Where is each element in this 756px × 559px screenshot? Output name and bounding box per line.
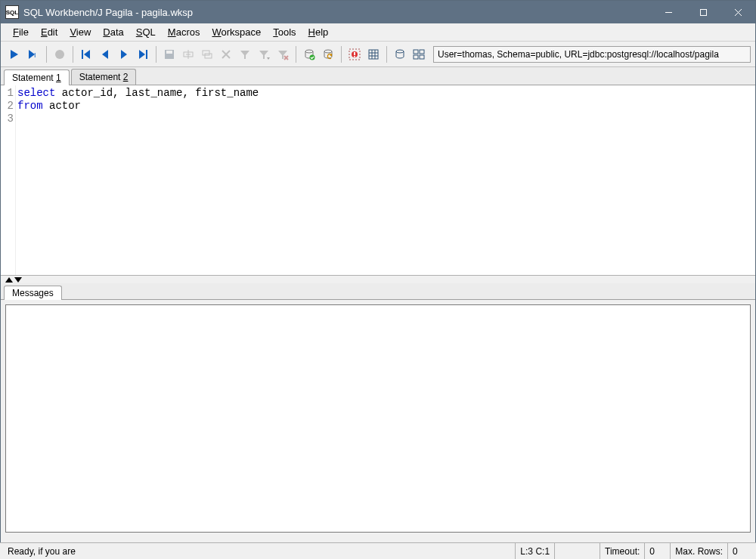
exec-time [554, 543, 600, 559]
app-icon: SQL [5, 5, 19, 19]
svg-point-42 [396, 50, 404, 53]
separator [296, 46, 296, 63]
code-text: actor [43, 100, 81, 112]
separator [73, 46, 73, 63]
svg-marker-11 [121, 50, 127, 59]
expand-down-icon [14, 277, 22, 283]
svg-rect-45 [414, 55, 418, 59]
sql-editor[interactable]: 1 2 3 select actor_id, last_name, first_… [1, 85, 755, 276]
append-results-button[interactable] [364, 45, 383, 63]
minimize-button[interactable] [651, 1, 686, 23]
keyword: select [17, 87, 55, 99]
menu-help[interactable]: Help [302, 25, 335, 39]
svg-rect-43 [414, 50, 418, 54]
svg-rect-44 [420, 50, 424, 54]
svg-point-29 [305, 50, 313, 53]
svg-point-31 [324, 50, 332, 53]
svg-rect-36 [354, 56, 355, 57]
result-tabs: Messages [1, 283, 755, 300]
commit-button[interactable] [300, 45, 318, 63]
delete-row-button[interactable] [217, 45, 235, 63]
window-title: SQL Workbench/J Pagila - pagila.wksp [23, 7, 651, 18]
menu-tools[interactable]: Tools [267, 25, 302, 39]
insert-row-button[interactable] [179, 45, 197, 63]
separator [156, 46, 156, 63]
svg-rect-46 [420, 55, 424, 59]
tab-messages[interactable]: Messages [4, 286, 62, 300]
menu-sql[interactable]: SQL [130, 25, 162, 39]
first-statement-button[interactable] [77, 45, 95, 63]
svg-point-7 [55, 50, 64, 59]
menu-view[interactable]: View [64, 25, 97, 39]
timeout-value[interactable]: 0 [644, 543, 670, 559]
tab-statement-1[interactable]: Statement 1 [4, 69, 70, 85]
keyword: from [17, 100, 43, 112]
maxrows-label: Max. Rows: [670, 543, 727, 559]
toolbar: I [1, 42, 755, 67]
line-gutter: 1 2 3 [1, 85, 16, 275]
rollback-button[interactable] [319, 45, 337, 63]
code-text: actor_id, last_name, first_name [55, 87, 259, 99]
filter-button[interactable] [255, 45, 273, 63]
line-number: 2 [1, 100, 14, 113]
show-db-tree-button[interactable] [410, 45, 428, 63]
separator [46, 46, 47, 63]
execute-current-button[interactable]: I [24, 45, 42, 63]
window-controls [651, 1, 755, 23]
last-statement-button[interactable] [134, 45, 152, 63]
messages-panel[interactable] [5, 304, 751, 533]
stop-button[interactable] [51, 45, 69, 63]
svg-marker-12 [139, 50, 145, 59]
code-area[interactable]: select actor_id, last_name, first_name f… [16, 85, 259, 275]
splitter-handle[interactable] [1, 276, 755, 283]
filter-selection-button[interactable] [236, 45, 254, 63]
svg-rect-13 [146, 50, 147, 59]
menu-macros[interactable]: Macros [162, 25, 206, 39]
next-statement-button[interactable] [115, 45, 133, 63]
status-text: Ready, if you are [3, 543, 515, 559]
timeout-label: Timeout: [600, 543, 644, 559]
expand-up-icon [5, 277, 13, 283]
svg-marker-10 [102, 50, 108, 59]
maxrows-value[interactable]: 0 [727, 543, 753, 559]
sql-tabs: Statement 1 Statement 2 [1, 67, 755, 85]
svg-marker-25 [267, 57, 270, 60]
svg-text:I: I [34, 51, 36, 59]
menubar: File Edit View Data SQL Macros Workspace… [1, 23, 755, 42]
svg-rect-1 [700, 9, 706, 15]
svg-marker-9 [84, 50, 90, 59]
prev-statement-button[interactable] [96, 45, 114, 63]
reset-filter-button[interactable] [274, 45, 292, 63]
separator [386, 46, 387, 63]
svg-rect-37 [369, 50, 378, 59]
connection-info: User=thomas, Schema=public, URL=jdbc:pos… [433, 46, 751, 63]
svg-rect-8 [82, 50, 83, 59]
menu-data[interactable]: Data [97, 25, 129, 39]
svg-marker-23 [240, 51, 249, 59]
maximize-button[interactable] [686, 1, 720, 23]
menu-workspace[interactable]: Workspace [206, 25, 267, 39]
show-db-explorer-button[interactable] [391, 45, 409, 63]
copy-row-button[interactable] [198, 45, 216, 63]
cursor-position: L:3 C:1 [515, 543, 554, 559]
line-number: 3 [1, 113, 14, 125]
menu-file[interactable]: File [7, 25, 35, 39]
tab-statement-2[interactable]: Statement 2 [71, 69, 137, 85]
save-button[interactable] [160, 45, 178, 63]
menu-edit[interactable]: Edit [35, 25, 64, 39]
svg-rect-15 [166, 51, 172, 54]
close-button[interactable] [720, 1, 755, 23]
ignore-errors-button[interactable] [345, 45, 364, 63]
line-number: 1 [1, 87, 14, 100]
svg-rect-20 [205, 54, 212, 58]
svg-marker-24 [259, 51, 268, 59]
separator [341, 46, 342, 63]
titlebar: SQL SQL Workbench/J Pagila - pagila.wksp [1, 1, 755, 23]
svg-marker-4 [11, 50, 18, 59]
svg-rect-19 [203, 51, 209, 55]
execute-button[interactable] [5, 45, 23, 63]
svg-rect-35 [354, 52, 355, 55]
svg-point-30 [310, 54, 315, 60]
statusbar: Ready, if you are L:3 C:1 Timeout: 0 Max… [0, 542, 756, 559]
